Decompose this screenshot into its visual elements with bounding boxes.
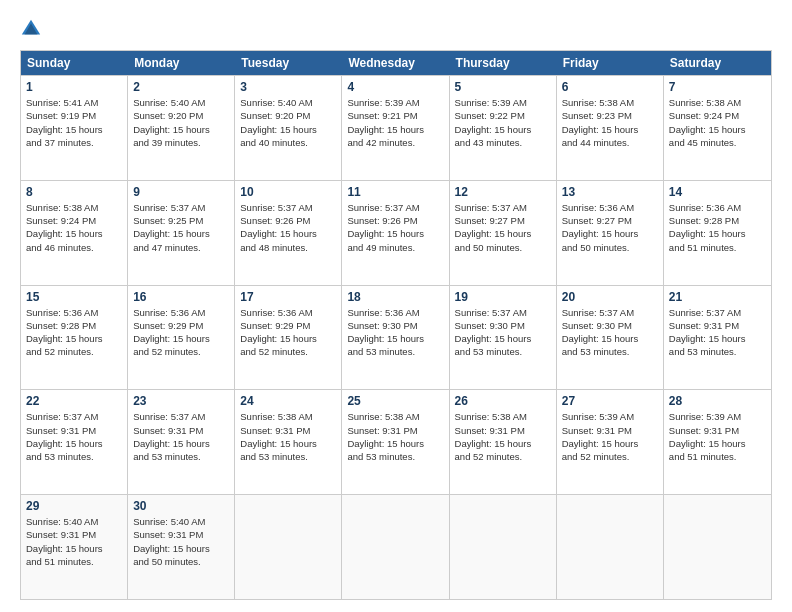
calendar-week-1: 1Sunrise: 5:41 AM Sunset: 9:19 PM Daylig… [21, 75, 771, 180]
calendar-cell-w4-d5: 26Sunrise: 5:38 AM Sunset: 9:31 PM Dayli… [450, 390, 557, 494]
day-info: Sunrise: 5:37 AM Sunset: 9:31 PM Dayligh… [133, 410, 229, 463]
day-info: Sunrise: 5:37 AM Sunset: 9:31 PM Dayligh… [669, 306, 766, 359]
calendar-cell-w1-d1: 1Sunrise: 5:41 AM Sunset: 9:19 PM Daylig… [21, 76, 128, 180]
day-number: 18 [347, 290, 443, 304]
day-info: Sunrise: 5:36 AM Sunset: 9:30 PM Dayligh… [347, 306, 443, 359]
day-number: 20 [562, 290, 658, 304]
header-sunday: Sunday [21, 51, 128, 75]
day-number: 13 [562, 185, 658, 199]
calendar-cell-w3-d4: 18Sunrise: 5:36 AM Sunset: 9:30 PM Dayli… [342, 286, 449, 390]
calendar-cell-w1-d3: 3Sunrise: 5:40 AM Sunset: 9:20 PM Daylig… [235, 76, 342, 180]
page: Sunday Monday Tuesday Wednesday Thursday… [0, 0, 792, 612]
day-info: Sunrise: 5:40 AM Sunset: 9:31 PM Dayligh… [133, 515, 229, 568]
calendar-cell-w1-d6: 6Sunrise: 5:38 AM Sunset: 9:23 PM Daylig… [557, 76, 664, 180]
day-info: Sunrise: 5:41 AM Sunset: 9:19 PM Dayligh… [26, 96, 122, 149]
calendar-cell-w3-d7: 21Sunrise: 5:37 AM Sunset: 9:31 PM Dayli… [664, 286, 771, 390]
day-number: 24 [240, 394, 336, 408]
calendar-cell-w5-d5 [450, 495, 557, 599]
day-number: 27 [562, 394, 658, 408]
calendar-cell-w5-d3 [235, 495, 342, 599]
day-number: 21 [669, 290, 766, 304]
header-friday: Friday [557, 51, 664, 75]
day-info: Sunrise: 5:39 AM Sunset: 9:21 PM Dayligh… [347, 96, 443, 149]
calendar-cell-w5-d1: 29Sunrise: 5:40 AM Sunset: 9:31 PM Dayli… [21, 495, 128, 599]
day-number: 30 [133, 499, 229, 513]
calendar-cell-w5-d6 [557, 495, 664, 599]
calendar-cell-w2-d5: 12Sunrise: 5:37 AM Sunset: 9:27 PM Dayli… [450, 181, 557, 285]
day-info: Sunrise: 5:36 AM Sunset: 9:28 PM Dayligh… [26, 306, 122, 359]
day-number: 19 [455, 290, 551, 304]
calendar-cell-w3-d5: 19Sunrise: 5:37 AM Sunset: 9:30 PM Dayli… [450, 286, 557, 390]
day-info: Sunrise: 5:37 AM Sunset: 9:26 PM Dayligh… [347, 201, 443, 254]
calendar-cell-w3-d6: 20Sunrise: 5:37 AM Sunset: 9:30 PM Dayli… [557, 286, 664, 390]
day-info: Sunrise: 5:38 AM Sunset: 9:24 PM Dayligh… [669, 96, 766, 149]
calendar-cell-w2-d7: 14Sunrise: 5:36 AM Sunset: 9:28 PM Dayli… [664, 181, 771, 285]
calendar-cell-w2-d2: 9Sunrise: 5:37 AM Sunset: 9:25 PM Daylig… [128, 181, 235, 285]
day-info: Sunrise: 5:37 AM Sunset: 9:30 PM Dayligh… [455, 306, 551, 359]
day-number: 23 [133, 394, 229, 408]
day-info: Sunrise: 5:40 AM Sunset: 9:20 PM Dayligh… [133, 96, 229, 149]
day-number: 14 [669, 185, 766, 199]
day-info: Sunrise: 5:36 AM Sunset: 9:28 PM Dayligh… [669, 201, 766, 254]
day-number: 28 [669, 394, 766, 408]
day-number: 15 [26, 290, 122, 304]
day-info: Sunrise: 5:38 AM Sunset: 9:31 PM Dayligh… [347, 410, 443, 463]
day-number: 11 [347, 185, 443, 199]
calendar-cell-w5-d4 [342, 495, 449, 599]
header-tuesday: Tuesday [235, 51, 342, 75]
day-info: Sunrise: 5:40 AM Sunset: 9:20 PM Dayligh… [240, 96, 336, 149]
logo-icon [20, 18, 42, 40]
day-number: 5 [455, 80, 551, 94]
day-number: 3 [240, 80, 336, 94]
day-info: Sunrise: 5:38 AM Sunset: 9:24 PM Dayligh… [26, 201, 122, 254]
calendar-week-2: 8Sunrise: 5:38 AM Sunset: 9:24 PM Daylig… [21, 180, 771, 285]
day-info: Sunrise: 5:40 AM Sunset: 9:31 PM Dayligh… [26, 515, 122, 568]
calendar-cell-w2-d6: 13Sunrise: 5:36 AM Sunset: 9:27 PM Dayli… [557, 181, 664, 285]
calendar-cell-w4-d1: 22Sunrise: 5:37 AM Sunset: 9:31 PM Dayli… [21, 390, 128, 494]
day-info: Sunrise: 5:39 AM Sunset: 9:31 PM Dayligh… [669, 410, 766, 463]
day-info: Sunrise: 5:37 AM Sunset: 9:31 PM Dayligh… [26, 410, 122, 463]
calendar-cell-w4-d2: 23Sunrise: 5:37 AM Sunset: 9:31 PM Dayli… [128, 390, 235, 494]
day-number: 1 [26, 80, 122, 94]
calendar-cell-w1-d5: 5Sunrise: 5:39 AM Sunset: 9:22 PM Daylig… [450, 76, 557, 180]
day-number: 2 [133, 80, 229, 94]
header-monday: Monday [128, 51, 235, 75]
header-wednesday: Wednesday [342, 51, 449, 75]
calendar-body: 1Sunrise: 5:41 AM Sunset: 9:19 PM Daylig… [21, 75, 771, 599]
day-number: 8 [26, 185, 122, 199]
day-info: Sunrise: 5:36 AM Sunset: 9:29 PM Dayligh… [133, 306, 229, 359]
day-number: 9 [133, 185, 229, 199]
calendar: Sunday Monday Tuesday Wednesday Thursday… [20, 50, 772, 600]
calendar-cell-w4-d7: 28Sunrise: 5:39 AM Sunset: 9:31 PM Dayli… [664, 390, 771, 494]
calendar-cell-w5-d2: 30Sunrise: 5:40 AM Sunset: 9:31 PM Dayli… [128, 495, 235, 599]
day-number: 10 [240, 185, 336, 199]
day-info: Sunrise: 5:39 AM Sunset: 9:31 PM Dayligh… [562, 410, 658, 463]
day-info: Sunrise: 5:38 AM Sunset: 9:23 PM Dayligh… [562, 96, 658, 149]
calendar-cell-w1-d2: 2Sunrise: 5:40 AM Sunset: 9:20 PM Daylig… [128, 76, 235, 180]
calendar-cell-w1-d4: 4Sunrise: 5:39 AM Sunset: 9:21 PM Daylig… [342, 76, 449, 180]
day-number: 26 [455, 394, 551, 408]
day-info: Sunrise: 5:37 AM Sunset: 9:30 PM Dayligh… [562, 306, 658, 359]
calendar-cell-w3-d3: 17Sunrise: 5:36 AM Sunset: 9:29 PM Dayli… [235, 286, 342, 390]
day-info: Sunrise: 5:37 AM Sunset: 9:26 PM Dayligh… [240, 201, 336, 254]
calendar-cell-w4-d3: 24Sunrise: 5:38 AM Sunset: 9:31 PM Dayli… [235, 390, 342, 494]
calendar-cell-w2-d3: 10Sunrise: 5:37 AM Sunset: 9:26 PM Dayli… [235, 181, 342, 285]
day-info: Sunrise: 5:37 AM Sunset: 9:25 PM Dayligh… [133, 201, 229, 254]
day-info: Sunrise: 5:39 AM Sunset: 9:22 PM Dayligh… [455, 96, 551, 149]
header [20, 18, 772, 40]
day-number: 17 [240, 290, 336, 304]
calendar-cell-w1-d7: 7Sunrise: 5:38 AM Sunset: 9:24 PM Daylig… [664, 76, 771, 180]
day-number: 16 [133, 290, 229, 304]
day-number: 25 [347, 394, 443, 408]
calendar-week-3: 15Sunrise: 5:36 AM Sunset: 9:28 PM Dayli… [21, 285, 771, 390]
day-number: 4 [347, 80, 443, 94]
calendar-cell-w3-d2: 16Sunrise: 5:36 AM Sunset: 9:29 PM Dayli… [128, 286, 235, 390]
calendar-cell-w5-d7 [664, 495, 771, 599]
logo [20, 18, 44, 40]
day-number: 6 [562, 80, 658, 94]
calendar-cell-w4-d6: 27Sunrise: 5:39 AM Sunset: 9:31 PM Dayli… [557, 390, 664, 494]
day-number: 22 [26, 394, 122, 408]
day-number: 12 [455, 185, 551, 199]
calendar-cell-w4-d4: 25Sunrise: 5:38 AM Sunset: 9:31 PM Dayli… [342, 390, 449, 494]
calendar-cell-w2-d1: 8Sunrise: 5:38 AM Sunset: 9:24 PM Daylig… [21, 181, 128, 285]
